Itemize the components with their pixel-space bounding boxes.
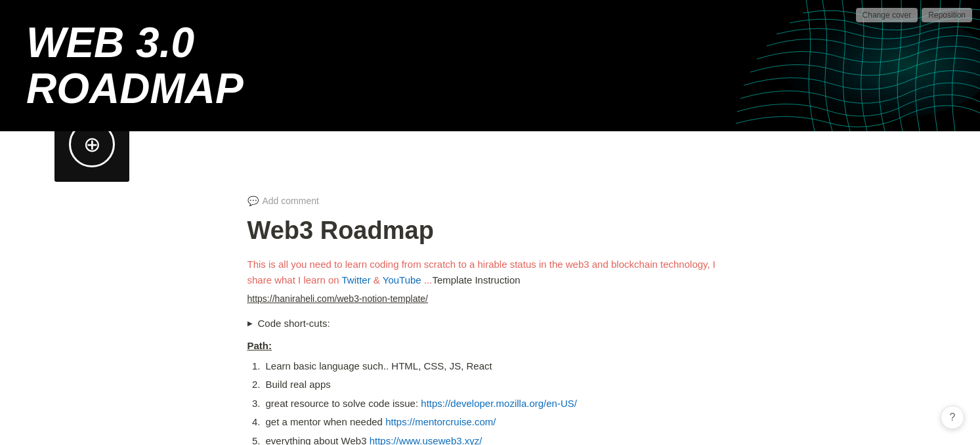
code-shortcuts-toggle[interactable]: ▶ Code short-cuts: (247, 316, 733, 331)
comment-icon: 💬 (247, 194, 259, 208)
toggle-arrow-icon: ▶ (247, 318, 253, 328)
mentorcruise-link[interactable]: https://mentorcruise.com/ (385, 416, 496, 427)
mdn-link[interactable]: https://developer.mozilla.org/en-US/ (421, 398, 577, 409)
banner-title-line2: ROADMAP (26, 65, 244, 112)
template-url-link[interactable]: https://haniraheli.com/web3-notion-templ… (247, 292, 733, 306)
template-instruction-text: Template Instruction (432, 274, 520, 286)
list-item: 1. Learn basic language such.. HTML, CSS… (247, 359, 733, 374)
twitter-link[interactable]: Twitter (341, 274, 370, 286)
add-comment-button[interactable]: 💬 Add comment (247, 194, 733, 208)
ellipsis-text: ... (421, 274, 433, 286)
list-item: 5. everything about Web3 https://www.use… (247, 434, 733, 445)
list-item: 4. get a mentor when needed https://ment… (247, 415, 733, 430)
page-banner: WEB 3.0 ROADMAP (0, 0, 980, 131)
banner-title-line1: WEB 3.0 (26, 19, 194, 66)
list-item: 3. great resource to solve code issue: h… (247, 396, 733, 412)
banner-title: WEB 3.0 ROADMAP (0, 4, 270, 128)
list-item: 2. Build real apps (247, 377, 733, 392)
toggle-label: Code short-cuts: (258, 316, 330, 331)
ampersand-text: & (371, 274, 383, 286)
path-label: Path: (247, 339, 733, 354)
banner-action-buttons: Change cover Reposition (856, 8, 972, 22)
reposition-button[interactable]: Reposition (922, 8, 972, 22)
main-content: 💬 Add comment Web3 Roadmap This is all y… (195, 194, 786, 445)
page-description: This is all you need to learn coding fro… (247, 257, 733, 288)
change-cover-button[interactable]: Change cover (856, 8, 918, 22)
page-title: Web3 Roadmap (247, 216, 733, 246)
path-list: 1. Learn basic language such.. HTML, CSS… (247, 359, 733, 445)
add-comment-label: Add comment (263, 194, 319, 208)
help-button[interactable]: ? (941, 406, 964, 429)
youtube-link[interactable]: YouTube (383, 274, 421, 286)
useweb3-link[interactable]: https://www.useweb3.xyz/ (370, 435, 482, 445)
